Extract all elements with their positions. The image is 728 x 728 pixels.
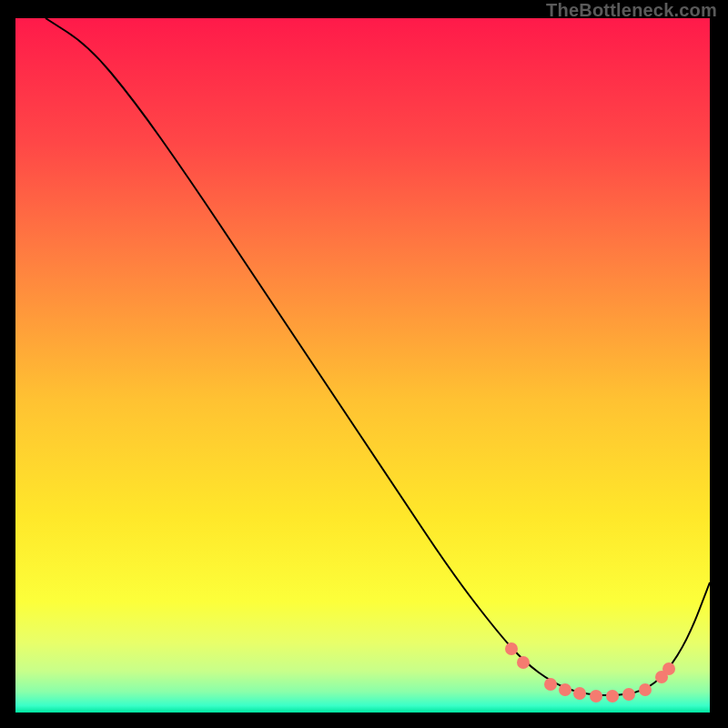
data-point [505,642,518,655]
data-point [590,690,602,703]
data-point [622,688,635,701]
data-point [544,678,557,691]
data-point [606,690,619,703]
data-point [559,683,571,696]
plot-area [15,18,710,713]
bottleneck-curve [46,18,710,695]
data-point [517,656,530,669]
curve-layer [15,18,710,713]
data-point [662,662,675,675]
data-point [573,687,586,700]
chart-stage: TheBottleneck.com [0,0,728,728]
data-point [639,683,652,696]
